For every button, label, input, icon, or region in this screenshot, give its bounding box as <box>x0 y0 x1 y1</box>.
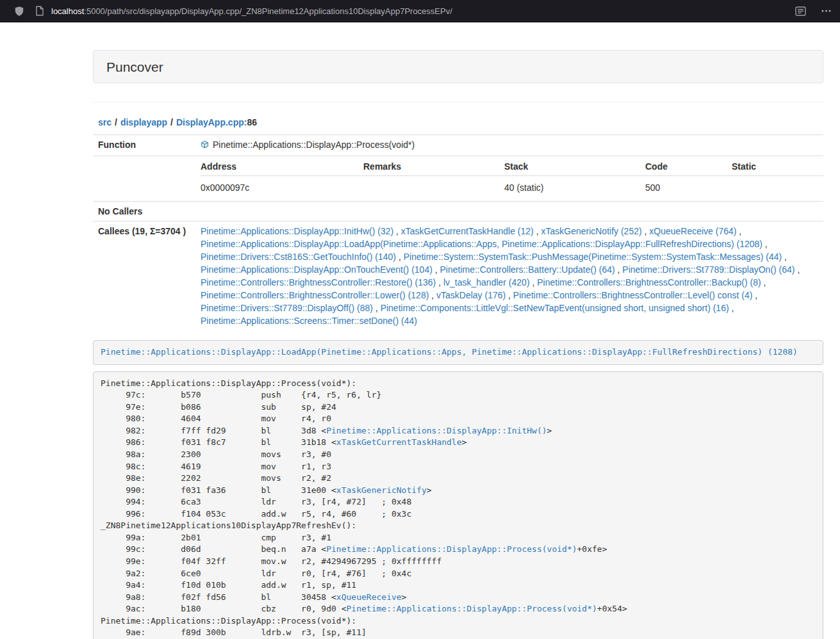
asm-text: 98a: 2300 movs r3, #0 <box>101 449 331 459</box>
callee-separator: , <box>429 290 436 300</box>
breadcrumb-separator: / <box>115 117 117 127</box>
col-header-static: Static <box>732 160 823 176</box>
col-header-code: Code <box>645 160 732 176</box>
asm-text: 99e: f04f 32ff mov.w r2, #4294967295 ; 0… <box>101 556 441 566</box>
asm-text: 98c: 4619 mov r1, r3 <box>101 462 331 471</box>
shield-icon[interactable] <box>14 6 24 17</box>
symbol-table: Function Pinetime::Applications::Display… <box>93 134 823 330</box>
no-callers-row: No Callers <box>93 202 823 222</box>
menu-dots-icon[interactable] <box>821 10 831 12</box>
url-host: localhost <box>51 6 84 16</box>
metrics-table: Address Remarks Stack Code Static 0x0000… <box>201 160 823 198</box>
callee-link[interactable]: Pinetime::Applications::DisplayApp::Load… <box>201 239 762 249</box>
function-row: Function Pinetime::Applications::Display… <box>93 135 823 156</box>
url-bar[interactable]: localhost:5000/path/src/displayapp/Displ… <box>35 6 785 16</box>
callee-separator: , <box>642 226 650 236</box>
callee-link[interactable]: Pinetime::Drivers::St7789::DisplayOff() … <box>201 303 373 313</box>
asm-text: 98e: 2202 movs r2, #2 <box>101 473 331 483</box>
col-header-remarks: Remarks <box>363 160 504 176</box>
url-text: localhost:5000/path/src/displayapp/Displ… <box>51 6 452 16</box>
callees-list: Pinetime::Applications::DisplayApp::Init… <box>195 222 823 331</box>
callee-link[interactable]: Pinetime::System::SystemTask::PushMessag… <box>404 252 782 262</box>
value-remarks <box>363 176 504 198</box>
asm-symbol-link[interactable]: xTaskGenericNotify <box>336 485 427 495</box>
callee-link[interactable]: Pinetime::Applications::Screens::Timer::… <box>201 316 417 326</box>
asm-text: 97c: b570 push {r4, r5, r6, lr} <box>101 390 381 400</box>
callee-link[interactable]: Pinetime::Drivers::St7789::DisplayOn() (… <box>622 264 795 275</box>
value-address: 0x0000097c <box>201 176 363 198</box>
callee-separator: , <box>782 252 787 262</box>
callee-link[interactable]: Pinetime::Controllers::Battery::Update()… <box>440 264 615 275</box>
callee-link[interactable]: vTaskDelay (176) <box>436 290 506 300</box>
asm-symbol-link[interactable]: Pinetime::Applications::DisplayApp::Init… <box>326 426 547 435</box>
function-name: Pinetime::Applications::DisplayApp::Proc… <box>213 140 415 150</box>
asm-symbol-link[interactable]: xQueueReceive <box>336 592 402 602</box>
asm-text: 9a2: 6ce0 ldr r0, [r4, #76] ; 0x4c <box>101 569 411 578</box>
asm-text: 986: f031 f8c7 bl 31b18 < <box>101 437 336 447</box>
asm-text: 9ae: f89d 300b ldrb.w r3, [sp, #11] <box>101 627 366 637</box>
callee-separator: , <box>436 277 443 287</box>
asm-text: +0xfe> <box>577 544 607 554</box>
callee-link[interactable]: Pinetime::Controllers::BrightnessControl… <box>513 290 752 300</box>
reader-view-icon[interactable] <box>795 6 806 16</box>
callee-link[interactable]: xTaskGetCurrentTaskHandle (12) <box>401 226 534 236</box>
callee-separator: , <box>729 303 734 313</box>
callee-link[interactable]: xQueueReceive (764) <box>649 226 736 236</box>
asm-text: 9a4: f10d 010b add.w r1, sp, #11 <box>101 580 356 590</box>
callee-separator: , <box>762 239 768 249</box>
asm-text: > <box>547 426 552 435</box>
disassembly: Pinetime::Applications::DisplayApp::Proc… <box>93 371 823 639</box>
col-header-stack: Stack <box>504 160 645 176</box>
snippet-link[interactable]: Pinetime::Applications::DisplayApp::Load… <box>101 347 798 357</box>
col-header-address: Address <box>201 160 363 176</box>
asm-text: > <box>462 437 467 447</box>
page-icon[interactable] <box>35 6 44 16</box>
asm-symbol-link[interactable]: xTaskGetCurrentTaskHandle <box>336 437 462 447</box>
callee-separator: , <box>506 290 513 300</box>
no-callers-label: No Callers <box>93 202 195 222</box>
breadcrumb-link-file[interactable]: DisplayApp.cpp: <box>176 117 247 127</box>
callee-link[interactable]: Pinetime::Applications::DisplayApp::Init… <box>201 226 393 236</box>
callee-link[interactable]: Pinetime::Applications::DisplayApp::OnTo… <box>201 264 432 275</box>
callee-link[interactable]: Pinetime::Drivers::Cst816S::GetTouchInfo… <box>201 252 396 262</box>
breadcrumb-link-displayapp[interactable]: displayapp <box>120 117 167 127</box>
function-name-cell: Pinetime::Applications::DisplayApp::Proc… <box>195 135 823 156</box>
callee-link[interactable]: lv_task_handler (420) <box>443 277 530 287</box>
asm-text: 994: 6ca3 ldr r3, [r4, #72] ; 0x48 <box>101 497 411 506</box>
asm-text: 97e: b086 sub sp, #24 <box>101 402 336 412</box>
content-container: Puncover src/displayapp/DisplayApp.cpp:8… <box>93 50 823 639</box>
callee-link[interactable]: xTaskGenericNotify (252) <box>541 226 641 236</box>
divider <box>93 102 823 102</box>
asm-text: 982: f7ff fd29 bl 3d8 < <box>101 426 326 435</box>
callee-separator: , <box>761 277 766 287</box>
breadcrumb-link-src[interactable]: src <box>98 117 111 127</box>
asm-text: 980: 4604 mov r4, r0 <box>101 414 331 423</box>
asm-text: 990: f031 fa36 bl 31e00 < <box>101 485 336 495</box>
metrics-values-row: 0x0000097c 40 (static) 500 <box>201 176 823 198</box>
callee-separator: , <box>736 226 741 236</box>
no-callers-cell <box>195 202 823 222</box>
callee-separator: , <box>396 252 404 262</box>
callee-separator: , <box>432 264 440 275</box>
function-row-label: Function <box>93 135 195 156</box>
asm-text: 996: f104 053c add.w r5, r4, #60 ; 0x3c <box>101 509 411 519</box>
callee-link[interactable]: Pinetime::Controllers::BrightnessControl… <box>537 277 761 287</box>
asm-text: +0x54> <box>597 604 627 613</box>
metrics-row-label <box>93 156 195 202</box>
metrics-cell: Address Remarks Stack Code Static 0x0000… <box>195 156 823 202</box>
browser-toolbar: localhost:5000/path/src/displayapp/Displ… <box>0 0 840 22</box>
breadcrumb-line-number: 86 <box>247 117 257 127</box>
value-static <box>732 176 823 198</box>
callee-separator: , <box>534 226 541 236</box>
asm-text: 9ac: b180 cbz r0, 9d0 < <box>101 604 347 613</box>
asm-symbol-link[interactable]: Pinetime::Applications::DisplayApp::Proc… <box>326 544 577 554</box>
value-stack: 40 (static) <box>504 176 645 198</box>
callee-link[interactable]: Pinetime::Controllers::BrightnessControl… <box>201 290 429 300</box>
metrics-row: Address Remarks Stack Code Static 0x0000… <box>93 156 823 202</box>
callee-link[interactable]: Pinetime::Components::LittleVgl::SetNewT… <box>381 303 729 313</box>
callee-link[interactable]: Pinetime::Controllers::BrightnessControl… <box>201 277 436 287</box>
callee-separator: , <box>530 277 538 287</box>
page-title: Puncover <box>106 59 810 76</box>
asm-symbol-link[interactable]: Pinetime::Applications::DisplayApp::Proc… <box>347 604 597 613</box>
asm-text: Pinetime::Applications::DisplayApp::Proc… <box>101 378 356 388</box>
